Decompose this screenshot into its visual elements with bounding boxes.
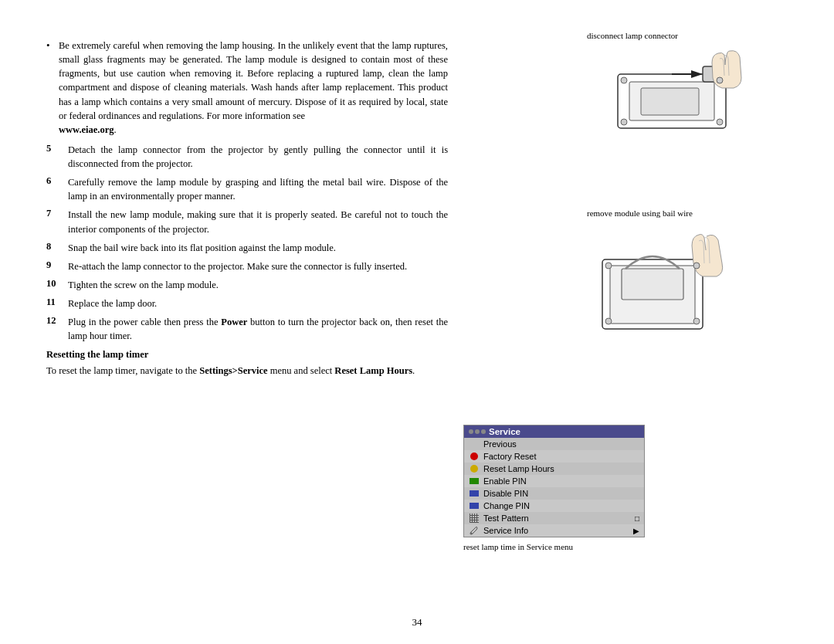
- svg-point-7: [717, 77, 723, 83]
- menu-item-reset-lamp[interactable]: Reset Lamp Hours: [464, 463, 644, 475]
- step-7: 7 Install the new lamp module, making su…: [46, 208, 448, 236]
- step-text-9: Re-attach the lamp connector to the proj…: [68, 259, 448, 273]
- svg-point-17: [471, 533, 473, 534]
- step-num-10: 10: [46, 278, 68, 290]
- previous-icon: [469, 439, 480, 449]
- menu-item-change-pin[interactable]: Change PIN: [464, 500, 644, 512]
- step-num-5: 5: [46, 143, 68, 154]
- blue-rect-icon: [470, 490, 479, 497]
- step-5: 5 Detach the lamp connector from the pro…: [46, 143, 448, 171]
- svg-point-16: [693, 318, 700, 324]
- svg-rect-12: [622, 269, 683, 300]
- step-10: 10 Tighten the screw on the lamp module.: [46, 278, 448, 292]
- menu-item-factory-reset[interactable]: Factory Reset: [464, 450, 644, 463]
- left-column: • Be extremely careful when removing the…: [46, 31, 448, 613]
- lamp-connector-diagram: [587, 43, 757, 144]
- content-area: • Be extremely careful when removing the…: [46, 31, 788, 613]
- svg-point-6: [621, 77, 627, 83]
- step-num-12: 12: [46, 315, 68, 327]
- svg-point-15: [605, 318, 612, 324]
- menu-dots: [469, 429, 486, 434]
- bullet-section: • Be extremely careful when removing the…: [46, 39, 448, 137]
- service-menu-area: Service Previous Factory Reset: [463, 425, 664, 551]
- service-menu-titlebar: Service: [464, 425, 644, 438]
- resetting-title: Resetting the lamp timer: [46, 349, 448, 361]
- reset-lamp-icon: [469, 463, 480, 474]
- diagram-middle: remove module using bail wire: [587, 208, 788, 344]
- step-text-10: Tighten the screw on the lamp module.: [68, 278, 448, 292]
- red-dot-icon: [470, 452, 478, 460]
- green-rect-icon: [470, 478, 479, 484]
- service-info-icon: [469, 525, 480, 536]
- website-link: www.eiae.org: [59, 124, 114, 135]
- step-11: 11 Replace the lamp door.: [46, 297, 448, 310]
- menu-item-previous-label: Previous: [483, 439, 517, 449]
- service-menu-reset-label: reset lamp time in Service menu: [463, 542, 664, 551]
- step-text-12: Plug in the power cable then press the P…: [68, 315, 448, 343]
- step-num-6: 6: [46, 175, 68, 187]
- menu-item-reset-lamp-label: Reset Lamp Hours: [483, 464, 554, 473]
- svg-rect-2: [641, 88, 699, 115]
- svg-point-8: [621, 119, 627, 125]
- test-pattern-icon: [469, 513, 480, 524]
- menu-item-previous[interactable]: Previous: [464, 438, 644, 450]
- menu-item-test-pattern-label: Test Pattern: [483, 514, 529, 523]
- test-pattern-right-icon: □: [635, 514, 639, 523]
- step-text-8: Snap the bail wire back into its flat po…: [68, 241, 448, 255]
- diagram-top-label: disconnect lamp connector: [587, 31, 788, 40]
- svg-point-14: [693, 263, 700, 269]
- step-12: 12 Plug in the power cable then press th…: [46, 315, 448, 343]
- blue-rect-icon-2: [470, 503, 479, 509]
- menu-item-disable-pin-label: Disable PIN: [483, 489, 528, 498]
- menu-item-service-info-label: Service Info: [483, 526, 528, 535]
- dot-3: [481, 429, 486, 434]
- resetting-section: Resetting the lamp timer To reset the la…: [46, 349, 448, 378]
- step-9: 9 Re-attach the lamp connector to the pr…: [46, 259, 448, 273]
- wrench-icon: [470, 526, 479, 535]
- dot-2: [475, 429, 480, 434]
- menu-item-enable-pin[interactable]: Enable PIN: [464, 475, 644, 487]
- menu-item-enable-pin-label: Enable PIN: [483, 476, 527, 486]
- bullet-dot: •: [46, 39, 59, 52]
- step-num-9: 9: [46, 259, 68, 271]
- svg-point-9: [717, 119, 723, 125]
- step-6: 6 Carefully remove the lamp module by gr…: [46, 175, 448, 203]
- enable-pin-icon: [469, 476, 480, 486]
- step-text-7: Install the new lamp module, making sure…: [68, 208, 448, 236]
- resetting-body: To reset the lamp timer, navigate to the…: [46, 364, 448, 378]
- yellow-dot-icon: [470, 465, 478, 473]
- dot-1: [469, 429, 473, 434]
- menu-item-disable-pin[interactable]: Disable PIN: [464, 487, 644, 500]
- menu-item-service-info[interactable]: Service Info ▶: [464, 524, 644, 537]
- menu-item-change-pin-label: Change PIN: [483, 501, 530, 510]
- page-container: • Be extremely careful when removing the…: [0, 0, 834, 644]
- menu-item-test-pattern[interactable]: Test Pattern □: [464, 512, 644, 524]
- svg-marker-4: [691, 70, 703, 78]
- step-text-11: Replace the lamp door.: [68, 297, 448, 310]
- step-8: 8 Snap the bail wire back into its flat …: [46, 241, 448, 255]
- step-num-8: 8: [46, 241, 68, 253]
- factory-reset-icon: [469, 451, 480, 462]
- service-menu-title-text: Service: [489, 427, 520, 436]
- bullet-item: • Be extremely careful when removing the…: [46, 39, 448, 137]
- bail-wire-diagram: [587, 221, 741, 344]
- change-pin-icon: [469, 500, 480, 511]
- svg-point-13: [605, 263, 612, 269]
- step-num-11: 11: [46, 297, 68, 308]
- page-number: 34: [412, 616, 422, 629]
- diagram-middle-label: remove module using bail wire: [587, 208, 788, 218]
- service-menu: Service Previous Factory Reset: [463, 425, 645, 537]
- grid-icon: [470, 514, 479, 523]
- step-text-6: Carefully remove the lamp module by gras…: [68, 175, 448, 203]
- disable-pin-icon: [469, 488, 480, 499]
- service-info-right-icon: ▶: [633, 527, 639, 535]
- diagram-top: disconnect lamp connector: [587, 31, 788, 144]
- right-column: disconnect lamp connector: [463, 31, 788, 613]
- menu-item-factory-reset-label: Factory Reset: [483, 452, 536, 461]
- step-text-5: Detach the lamp connector from the proje…: [68, 143, 448, 171]
- bullet-text: Be extremely careful when removing the l…: [59, 39, 448, 137]
- step-num-7: 7: [46, 208, 68, 219]
